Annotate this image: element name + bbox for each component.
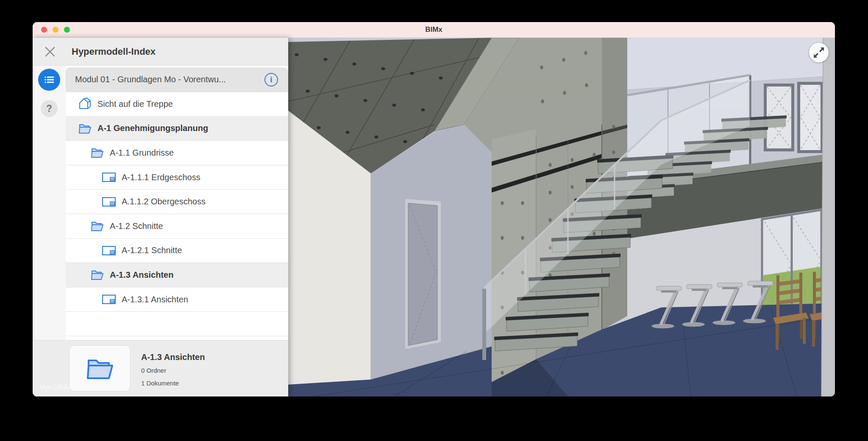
tree-filler-row bbox=[66, 312, 288, 336]
tree-item-8[interactable]: A-1.3.1 Ansichten bbox=[66, 287, 288, 312]
document-icon bbox=[102, 294, 117, 305]
info-icon[interactable]: i bbox=[264, 73, 278, 87]
house-3d-icon bbox=[78, 97, 93, 111]
fullscreen-button[interactable] bbox=[809, 43, 829, 62]
interior-door bbox=[405, 199, 441, 349]
tree-item-0[interactable]: Sicht auf die Treppe bbox=[66, 92, 288, 117]
near-right-wall bbox=[821, 38, 835, 396]
tree-item-4[interactable]: A.1.1.2 Obergeschoss bbox=[66, 190, 288, 214]
list-icon bbox=[43, 73, 56, 86]
tree-item-label: A-1.2 Schnitte bbox=[110, 221, 163, 231]
hypermodel-index-sidebar: Hypermodell-Index ? bbox=[33, 38, 288, 396]
selection-detail-panel: Von GRAPHISOFT A-1.3 Ansichten 0 Ordner … bbox=[33, 340, 288, 396]
document-icon bbox=[102, 245, 117, 256]
tree-item-label: A-1.1.1 Erdgeschoss bbox=[122, 173, 200, 182]
tree-item-label: A-1.2.1 Schnitte bbox=[122, 246, 182, 255]
tree-item-label: A-1.3 Ansichten bbox=[110, 270, 173, 280]
model-card[interactable]: Modul 01 - Grundlagen Mo - Vorentwu... i bbox=[66, 67, 288, 92]
sidebar-header: Hypermodell-Index bbox=[33, 38, 288, 66]
folder-icon bbox=[78, 122, 93, 135]
close-panel-button[interactable] bbox=[44, 45, 56, 58]
tree-item-label: A-1 Genehmigungsplanung bbox=[97, 123, 208, 133]
3d-viewport[interactable] bbox=[288, 38, 835, 396]
folder-icon bbox=[90, 268, 105, 281]
tree-item-1[interactable]: A-1 Genehmigungsplanung bbox=[66, 117, 288, 141]
minimize-window-button[interactable] bbox=[53, 27, 58, 33]
question-mark-icon: ? bbox=[46, 103, 52, 114]
folder-icon bbox=[90, 146, 105, 159]
close-window-button[interactable] bbox=[41, 27, 47, 33]
open-folder-icon bbox=[84, 355, 116, 382]
3d-scene bbox=[288, 38, 835, 396]
folders-count: 0 Ordner bbox=[141, 367, 166, 374]
close-icon bbox=[44, 46, 56, 58]
tree-item-3[interactable]: A-1.1.1 Erdgeschoss bbox=[66, 165, 288, 190]
traffic-lights bbox=[33, 22, 70, 37]
document-icon bbox=[102, 196, 117, 207]
help-button[interactable]: ? bbox=[41, 100, 58, 117]
app-window: BIMx Hypermodell-Index bbox=[33, 22, 835, 396]
zoom-window-button[interactable] bbox=[64, 27, 70, 33]
folder-icon bbox=[90, 220, 105, 232]
open-folder-button[interactable] bbox=[69, 345, 131, 391]
selected-folder-title: A-1.3 Ansichten bbox=[141, 352, 205, 362]
panel-title: Hypermodell-Index bbox=[72, 46, 156, 57]
tree-item-2[interactable]: A-1.1 Grundrisse bbox=[66, 141, 288, 165]
documents-count: 1 Dokumente bbox=[141, 380, 179, 387]
title-bar: BIMx bbox=[33, 22, 835, 38]
document-icon bbox=[102, 172, 117, 183]
index-list-button[interactable] bbox=[38, 69, 60, 91]
tree-item-5[interactable]: A-1.2 Schnitte bbox=[66, 214, 288, 239]
tree-item-label: A-1.1 Grundrisse bbox=[110, 148, 174, 158]
tree-item-label: A.1.1.2 Obergeschoss bbox=[122, 197, 206, 207]
tree-item-6[interactable]: A-1.2.1 Schnitte bbox=[66, 239, 288, 263]
tree-list: Modul 01 - Grundlagen Mo - Vorentwu... i… bbox=[66, 66, 288, 336]
model-name: Modul 01 - Grundlagen Mo - Vorentwu... bbox=[75, 75, 226, 84]
window-title: BIMx bbox=[425, 25, 442, 34]
expand-arrows-icon bbox=[809, 43, 829, 62]
tree-item-label: A-1.3.1 Ansichten bbox=[122, 295, 188, 304]
tree-item-7[interactable]: A-1.3 Ansichten bbox=[66, 263, 288, 287]
tree-item-label: Sicht auf die Treppe bbox=[97, 99, 173, 109]
